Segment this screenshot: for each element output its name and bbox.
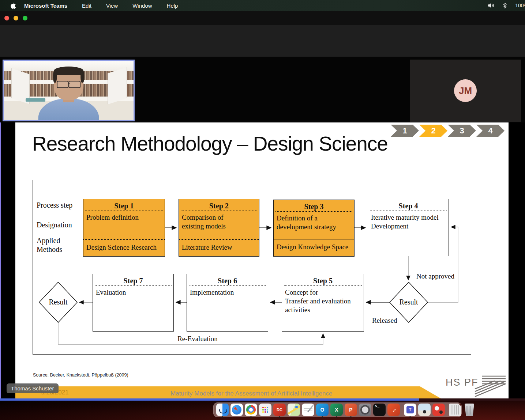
flowchart-step-3: Step 3 Definition of a development strat… [273,200,355,257]
slide-footer-title: Maturity Models for the Assessment of Ar… [105,390,398,397]
running-indicator [409,416,411,418]
flowchart-step-1: Step 1 Problem definition Design Science… [83,199,165,257]
chevron-1: 1 [391,125,419,137]
step-designation: Iterative maturity model Development [368,211,449,256]
running-indicator [222,416,223,418]
hspf-logo-icon [474,374,506,397]
step-title: Step 6 [187,274,268,285]
running-indicator [250,416,252,418]
dock-photos-icon[interactable] [418,404,431,416]
dock-terminal-icon[interactable]: >_ [373,404,386,416]
row-label-designation: Designation [37,220,72,229]
step-designation: Evaluation [93,286,173,331]
step-methods: Literature Review [179,239,259,256]
step-title: Step 2 [179,199,259,211]
dock-divider [447,403,447,417]
dock-teams-icon[interactable]: T [404,404,416,416]
flowchart-step-6: Step 6 Implementation [187,274,268,332]
screen: Microsoft Teams Edit View Window Help 10… [0,0,525,420]
battery-status[interactable]: 100% [515,3,525,8]
step-title: Step 4 [368,199,449,211]
dock-trash-icon[interactable] [463,404,476,416]
dock-documents-icon[interactable] [449,404,461,416]
dock-chrome-icon[interactable] [245,404,257,416]
presentation-slide: 1 2 3 4 Research Methodology – Design Sc… [15,122,509,398]
slide-progress-chevrons: 1 2 3 4 [391,125,505,137]
step-designation: Implementation [187,286,268,331]
step-title: Step 7 [93,274,173,285]
presenter-video-tile[interactable] [3,60,135,121]
menu-app-name[interactable]: Microsoft Teams [24,3,67,9]
presenter-glasses [57,81,80,87]
dock-safari-icon[interactable] [230,404,243,416]
window-titlebar [0,11,525,25]
step-methods: Design Knowledge Space [274,239,354,256]
dock-powerpoint-icon[interactable]: P [345,404,357,416]
step-designation: Concept for Transfer and evaluation acti… [282,286,364,331]
presenter-face [54,67,84,100]
presenter-hair [54,67,84,75]
step-designation: Problem definition [83,211,165,239]
avatar: JM [454,79,477,102]
video-stage: JM [0,57,525,122]
library-staircase [108,67,127,104]
dock-remote-desktop-icon[interactable]: ↔ [387,404,400,416]
shared-screen-region: 1 2 3 4 Research Methodology – Design Sc… [0,122,525,398]
edge-label-released: Released [372,317,397,325]
edge-label-not-approved: Not approved [416,272,454,280]
dock-finder-icon[interactable] [216,404,229,416]
minimize-window-button[interactable] [14,16,18,20]
presenter-hair [53,71,57,83]
macos-menu-bar: Microsoft Teams Edit View Window Help 10… [0,0,525,11]
chevron-4: 4 [476,125,505,137]
zoom-window-button[interactable] [23,16,27,20]
presenter-name-tag: Thomas Schuster [7,383,59,393]
dock-divider [402,403,402,417]
teams-call-toolbar: 02:18:07 Request control [0,25,525,57]
result-decision-left: Result [39,298,77,306]
step-title: Step 3 [274,200,354,211]
step-designation: Comparison of existing models [179,211,259,239]
flowchart-step-5: Step 5 Concept for Transfer and evaluati… [282,274,364,332]
dock-excel-icon[interactable]: X [330,404,343,416]
source-citation: Source: Becker, Knackstedt, Pöppelbuß (2… [33,372,128,378]
running-indicator [279,416,280,418]
dock-maps-icon[interactable] [288,404,300,416]
menu-item-view[interactable]: View [106,3,118,9]
menu-item-window[interactable]: Window [132,3,152,9]
chevron-3: 3 [448,125,476,137]
step-methods: Design Science Research [83,239,165,256]
menu-item-help[interactable]: Help [167,3,178,9]
step-title: Step 1 [83,199,165,211]
flowchart-step-7: Step 7 Evaluation [93,274,174,332]
dock-system-settings-icon[interactable] [359,404,371,416]
volume-icon[interactable] [487,3,495,8]
presenter-hair [80,71,84,83]
hspf-logo-text: HS PF [446,377,479,388]
dock: DC O X P >_ ↔ T [213,402,462,417]
apple-menu-icon[interactable] [10,2,16,9]
dock-textedit-icon[interactable] [302,404,314,416]
dock-launchpad-icon[interactable] [259,404,271,416]
result-decision-right: Result [390,298,428,306]
macos-desktop: DC O X P >_ ↔ T [0,401,525,420]
running-indicator [350,416,352,418]
step-designation: Definition of a development strategy [274,212,354,239]
participant-tile[interactable]: JM [410,60,521,122]
flowchart-step-2: Step 2 Comparison of existing models Lit… [179,199,259,257]
running-indicator [322,416,323,418]
step-title: Step 5 [282,274,364,285]
edge-label-re-evaluation: Re-Evaluation [143,335,252,343]
dock-outlook-icon[interactable]: O [316,404,329,416]
menu-item-edit[interactable]: Edit [82,3,91,9]
slide-title: Research Methodology – Design Science [32,132,388,155]
dock-media-app-icon[interactable]: DC [273,404,286,416]
methodology-flowchart: Process step Designation Applied Methods… [33,180,471,355]
row-label-process-step: Process step [37,201,72,209]
flowchart-step-4: Step 4 Iterative maturity model Developm… [368,199,449,256]
row-label-applied-methods: Applied Methods [37,236,73,254]
running-indicator [336,416,337,418]
close-window-button[interactable] [4,16,9,20]
dock-photo-booth-icon[interactable] [432,404,445,416]
bluetooth-icon[interactable] [503,3,507,9]
